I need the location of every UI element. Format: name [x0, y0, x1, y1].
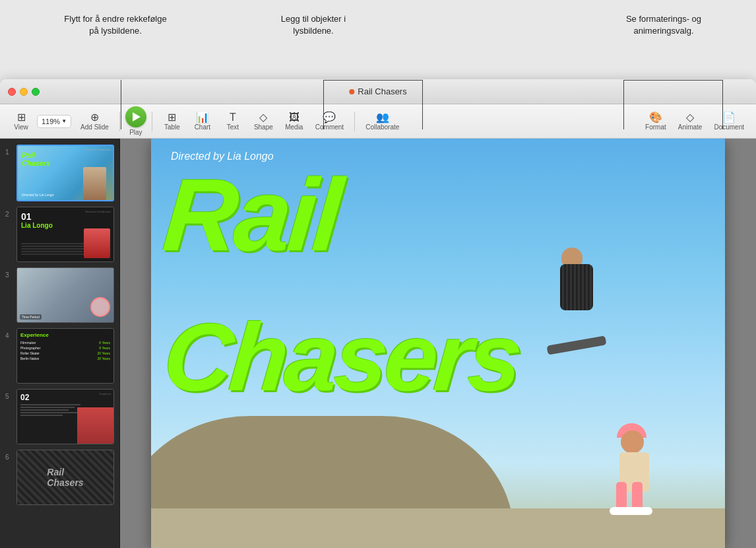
app-window: Rail Chasers ⊞ View 119% ▼ ⊕ Add Slide P… [0, 79, 756, 548]
format-button[interactable]: 🎨 Format [640, 110, 672, 133]
graffiti-rail: Rail [160, 172, 342, 259]
table-icon: ⊞ [168, 112, 176, 123]
slide-thumb-2[interactable]: 2 Director's Introduction 01 Lia Longo [0, 204, 119, 265]
media-button[interactable]: 🖼 Media [280, 110, 309, 133]
chart-button[interactable]: 📊 Chart [188, 110, 217, 133]
titlebar: Rail Chasers [0, 79, 756, 104]
play-triangle-icon [133, 112, 141, 121]
text-button[interactable]: T Text [218, 110, 247, 133]
toolbar-separator-1 [119, 112, 120, 131]
skater-board [546, 335, 606, 355]
slide-1-thumbnail: Director's Introduction RailChasers Dire… [16, 145, 114, 201]
skates [610, 507, 652, 515]
annotation-add-objects: Legg til objekter i lysbildene. [264, 13, 363, 37]
slide-canvas: Directed by Lia Longo Rail Chasers [151, 139, 725, 548]
shape-button[interactable]: ◇ Shape [249, 110, 278, 133]
window-title: Rail Chasers [349, 86, 406, 96]
table-button[interactable]: ⊞ Table [158, 110, 187, 133]
maximize-button[interactable] [32, 88, 40, 96]
head [621, 430, 644, 454]
toolbar-separator-2 [152, 112, 152, 131]
shape-icon: ◇ [259, 112, 267, 123]
comment-button[interactable]: 💬 Comment [310, 110, 349, 133]
zoom-control[interactable]: 119% ▼ [37, 115, 71, 128]
slide-thumb-3[interactable]: 3 Time Period [0, 265, 119, 325]
slide-2-thumbnail: Director's Introduction 01 Lia Longo [16, 207, 114, 262]
slide-thumb-6[interactable]: 6 RailChasers [0, 447, 119, 508]
toolbar: ⊞ View 119% ▼ ⊕ Add Slide Play ⊞ Table [0, 104, 756, 139]
collaborate-button[interactable]: 👥 Collaborate [360, 110, 404, 133]
slide-4-thumbnail: Experience Filmmaker6 Years Photographer… [16, 328, 114, 384]
add-slide-button[interactable]: ⊕ Add Slide [75, 110, 114, 133]
play-button[interactable]: Play [125, 106, 146, 136]
skater-body [560, 264, 593, 310]
chevron-down-icon: ▼ [61, 118, 67, 124]
media-icon: 🖼 [289, 112, 299, 123]
animate-button[interactable]: ◇ Animate [673, 110, 708, 133]
view-button[interactable]: ⊞ View [7, 110, 36, 133]
document-button[interactable]: 📄 Document [709, 110, 749, 133]
slide-thumb-1[interactable]: 1 Director's Introduction RailChasers Di… [0, 142, 119, 204]
title-dot-icon [349, 89, 354, 94]
chart-icon: 📊 [196, 112, 209, 123]
collaborate-icon: 👥 [376, 112, 389, 123]
toolbar-separator-3 [354, 112, 355, 131]
close-button[interactable] [8, 88, 16, 96]
annotation-formatting: Se formaterings- og animeringsvalg. [604, 13, 723, 37]
slide-6-thumbnail: RailChasers [16, 450, 114, 505]
document-icon: 📄 [722, 112, 736, 123]
skater-airborne [540, 238, 619, 357]
annotation-reorder: Flytt for å endre rekkefølge på lysbilde… [63, 13, 168, 37]
format-icon: 🎨 [649, 112, 662, 123]
slide-thumb-4[interactable]: 4 Experience Filmmaker6 Years Photograph… [0, 325, 119, 386]
main-content: 1 Director's Introduction RailChasers Di… [0, 139, 756, 548]
slide-thumb-5[interactable]: 5 Treatment 02 [0, 386, 119, 447]
slide-5-thumbnail: Treatment 02 [16, 389, 114, 444]
person-sitting [606, 419, 672, 512]
comment-icon: 💬 [323, 112, 336, 123]
play-icon [125, 106, 146, 127]
traffic-lights [8, 88, 40, 96]
graffiti-chasers: Chasers [161, 317, 522, 398]
minimize-button[interactable] [20, 88, 28, 96]
slide-panel[interactable]: 1 Director's Introduction RailChasers Di… [0, 139, 120, 548]
canvas-area[interactable]: Directed by Lia Longo Rail Chasers [120, 139, 756, 548]
add-slide-icon: ⊕ [90, 112, 99, 123]
view-icon: ⊞ [17, 112, 26, 123]
text-icon: T [230, 112, 236, 123]
slide-3-thumbnail: Time Period [16, 267, 114, 323]
animate-icon: ◇ [686, 112, 694, 123]
